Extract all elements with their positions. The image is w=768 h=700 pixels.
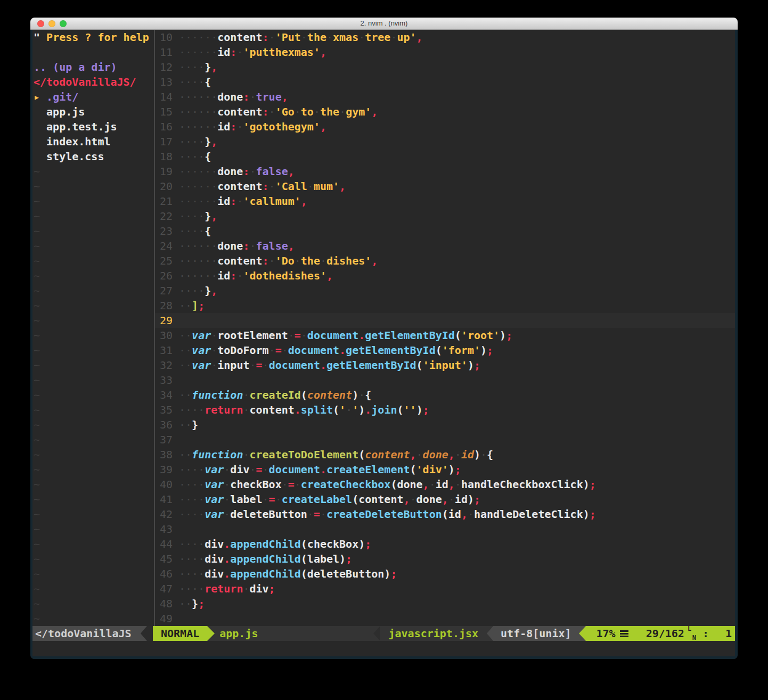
tree-up-dir[interactable]: .. (up a dir) — [34, 60, 154, 75]
code-line-39[interactable]: 39····var·div·=·document.createElement('… — [155, 462, 735, 477]
statusline-spacer — [258, 626, 373, 641]
line-number: 24 — [155, 238, 173, 253]
code-line-21[interactable]: 21······id:·'callmum', — [155, 194, 735, 209]
statusline-gap — [147, 626, 153, 641]
code-line-23[interactable]: 23····{ — [155, 224, 735, 238]
line-number: 47 — [155, 581, 173, 596]
tilde-row: ~ — [34, 373, 154, 388]
tilde-row: ~ — [34, 283, 154, 298]
code-line-16[interactable]: 16······id:·'gotothegym', — [155, 119, 735, 134]
code-line-22[interactable]: 22····}, — [155, 209, 735, 224]
tilde-row: ~ — [34, 417, 154, 432]
tilde-row: ~ — [34, 343, 154, 358]
code-line-38[interactable]: 38··function·createToDoElement(content,·… — [155, 447, 735, 462]
buffer-lines: 10······content:·'Put·the·xmas·tree·up',… — [155, 30, 735, 626]
line-number: 34 — [155, 388, 173, 402]
code-line-47[interactable]: 47····return·div; — [155, 581, 735, 596]
nerdtree-sidebar[interactable]: " Press ? for help.. (up a dir)</todoVan… — [32, 30, 154, 626]
line-number: 11 — [155, 45, 173, 60]
line-number: 18 — [155, 149, 173, 164]
code-line-43[interactable]: 43 — [155, 522, 735, 537]
code-line-35[interactable]: 35····return·content.split('·').join('')… — [155, 402, 735, 417]
tree-file-index-html[interactable]: index.html — [34, 134, 154, 149]
code-line-20[interactable]: 20······content:·'Call·mum', — [155, 179, 735, 194]
line-number: 13 — [155, 75, 173, 89]
tree-file-app-test-js[interactable]: app.test.js — [34, 119, 154, 134]
tilde-row: ~ — [34, 179, 154, 194]
powerline-arrow-left-icon — [373, 626, 380, 641]
tilde-row: ~ — [34, 477, 154, 492]
code-line-46[interactable]: 46····div.appendChild(deleteButton); — [155, 566, 735, 581]
line-number: 49 — [155, 611, 173, 626]
code-line-15[interactable]: 15······content:·'Go·to·the·gym', — [155, 104, 735, 119]
code-line-18[interactable]: 18····{ — [155, 149, 735, 164]
tree-root-todovanillajs[interactable]: </todoVanillaJS/ — [34, 75, 154, 89]
editor-pane[interactable]: 10······content:·'Put·the·xmas·tree·up',… — [155, 30, 735, 626]
tilde-row: ~ — [34, 447, 154, 462]
line-number: 46 — [155, 566, 173, 581]
tree-dir-git[interactable]: ▸ .git/ — [34, 89, 154, 104]
tree-file-app-js[interactable]: app.js — [34, 104, 154, 119]
code-line-30[interactable]: 30··var·rootElement·=·document.getElemen… — [155, 328, 735, 343]
terminal-content: " Press ? for help.. (up a dir)</todoVan… — [30, 30, 738, 659]
line-number: 44 — [155, 537, 173, 551]
powerline-arrow-right-icon — [207, 626, 215, 641]
linenr-icon — [620, 630, 628, 637]
line-number: 33 — [155, 373, 173, 388]
code-line-44[interactable]: 44····div.appendChild(checkBox); — [155, 537, 735, 551]
tree-file-style-css[interactable]: style.css — [34, 149, 154, 164]
code-line-42[interactable]: 42····var·deleteButton·=·createDeleteBut… — [155, 507, 735, 522]
line-number: 17 — [155, 134, 173, 149]
titlebar: 2. nvim . (nvim) — [30, 18, 738, 30]
code-line-41[interactable]: 41····var·label·=·createLabel(content,·d… — [155, 492, 735, 507]
blank-row — [34, 45, 154, 60]
line-number: 45 — [155, 551, 173, 566]
code-line-17[interactable]: 17····}, — [155, 134, 735, 149]
code-line-45[interactable]: 45····div.appendChild(label); — [155, 551, 735, 566]
scroll-percent: 17% — [597, 626, 616, 641]
file-tree: " Press ? for help.. (up a dir)</todoVan… — [34, 30, 154, 626]
tilde-row: ~ — [34, 596, 154, 611]
statusline-position: 17% 29/162 L N : 1 — [586, 626, 735, 641]
code-line-33[interactable]: 33 — [155, 373, 735, 388]
tilde-row: ~ — [34, 358, 154, 373]
line-number: 26 — [155, 268, 173, 283]
line-number: 29 — [155, 313, 173, 328]
line-number: 22 — [155, 209, 173, 224]
code-line-27[interactable]: 27····}, — [155, 283, 735, 298]
line-number: 43 — [155, 522, 173, 537]
code-line-14[interactable]: 14······done:·true, — [155, 89, 735, 104]
statusline: </todoVanillaJS NORMAL app.js javascript… — [32, 626, 735, 641]
command-line[interactable] — [32, 641, 735, 656]
line-number: 40 — [155, 477, 173, 492]
code-line-49[interactable]: 49 — [155, 611, 735, 626]
code-line-34[interactable]: 34··function·createId(content)·{ — [155, 388, 735, 402]
code-line-36[interactable]: 36··} — [155, 417, 735, 432]
desktop: 2. nvim . (nvim) " Press ? for help.. (u… — [0, 0, 768, 700]
code-line-19[interactable]: 19······done:·false, — [155, 164, 735, 179]
code-line-32[interactable]: 32··var·input·=·document.getElementById(… — [155, 358, 735, 373]
line-number: 41 — [155, 492, 173, 507]
tilde-row: ~ — [34, 507, 154, 522]
code-line-10[interactable]: 10······content:·'Put·the·xmas·tree·up', — [155, 30, 735, 45]
line-number: 36 — [155, 417, 173, 432]
code-line-13[interactable]: 13····{ — [155, 75, 735, 89]
line-number: 12 — [155, 60, 173, 75]
line-number: 32 — [155, 358, 173, 373]
statusline-encoding: utf-8[unix] — [493, 626, 578, 641]
code-line-48[interactable]: 48··}; — [155, 596, 735, 611]
tilde-row: ~ — [34, 388, 154, 402]
code-line-40[interactable]: 40····var·checkBox·=·createCheckbox(done… — [155, 477, 735, 492]
tilde-row: ~ — [34, 313, 154, 328]
code-line-25[interactable]: 25······content:·'Do·the·dishes', — [155, 253, 735, 268]
code-line-26[interactable]: 26······id:·'dothedishes', — [155, 268, 735, 283]
code-line-31[interactable]: 31··var·toDoForm·=·document.getElementBy… — [155, 343, 735, 358]
code-line-29[interactable]: 29 — [155, 313, 735, 328]
code-line-11[interactable]: 11······id:·'putthexmas', — [155, 45, 735, 60]
code-line-24[interactable]: 24······done:·false, — [155, 238, 735, 253]
line-number: 19 — [155, 164, 173, 179]
code-line-28[interactable]: 28··]; — [155, 298, 735, 313]
code-line-37[interactable]: 37 — [155, 432, 735, 447]
powerline-arrow-left-icon — [579, 626, 586, 641]
code-line-12[interactable]: 12····}, — [155, 60, 735, 75]
